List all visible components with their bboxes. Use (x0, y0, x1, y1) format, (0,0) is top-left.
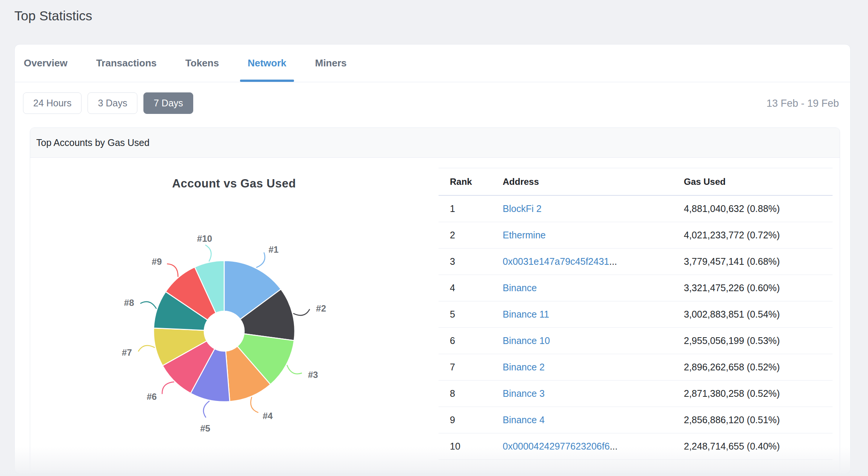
tabs: OverviewTransactionsTokensNetworkMiners (15, 45, 850, 82)
address-link[interactable]: 0x0031e147a79c45f2431 (503, 256, 609, 267)
rank-cell: 8 (439, 380, 503, 407)
table-header-row: Rank Address Gas Used (439, 168, 833, 195)
address-cell: Binance 11 (503, 301, 684, 327)
pie-connector-3 (287, 365, 302, 374)
top-accounts-card: Top Accounts by Gas Used Account vs Gas … (30, 127, 840, 473)
address-link[interactable]: 0x00004242977623206f6 (503, 441, 610, 451)
time-filter-3-days[interactable]: 3 Days (88, 92, 137, 114)
address-link[interactable]: Ethermine (503, 230, 546, 240)
pie-label-3: #3 (308, 370, 318, 380)
pie-label-5: #5 (200, 423, 210, 433)
pie-connector-2 (293, 309, 310, 315)
time-filter-group: 24 Hours3 Days7 Days (23, 92, 193, 114)
tab-tokens[interactable]: Tokens (185, 45, 219, 82)
pie-label-9: #9 (152, 256, 162, 267)
time-filter-24-hours[interactable]: 24 Hours (23, 92, 82, 114)
gas-used-cell: 3,321,475,226 (0.60%) (684, 275, 833, 301)
table-row: 4Binance3,321,475,226 (0.60%) (439, 275, 833, 301)
pie-connector-7 (138, 345, 155, 352)
pie-connector-10 (205, 245, 211, 261)
address-cell: Binance 2 (503, 354, 684, 380)
gas-used-cell: 3,002,883,851 (0.54%) (684, 301, 833, 327)
address-ellipsis: ... (610, 441, 618, 451)
tab-miners[interactable]: Miners (315, 45, 347, 82)
rank-cell: 10 (439, 433, 503, 459)
pie-label-8: #8 (124, 298, 134, 308)
address-cell: BlockFi 2 (503, 195, 684, 222)
rank-cell: 6 (439, 327, 503, 354)
gas-used-cell: 4,021,233,772 (0.72%) (684, 222, 833, 248)
pie-label-6: #6 (147, 392, 157, 402)
table-row: 7Binance 22,896,262,658 (0.52%) (439, 354, 833, 380)
date-range: 13 Feb - 19 Feb (766, 98, 839, 109)
pie-connector-8 (140, 302, 157, 309)
card-header: Top Accounts by Gas Used (30, 128, 840, 158)
pie-connector-4 (251, 397, 258, 413)
pie-label-7: #7 (122, 347, 132, 358)
pie-connector-5 (203, 401, 209, 418)
address-cell: Binance 4 (503, 407, 684, 433)
pie-label-10: #10 (197, 233, 212, 244)
address-link[interactable]: Binance 11 (503, 309, 549, 319)
rank-cell: 2 (439, 222, 503, 248)
donut-chart: #1#2#3#4#5#6#7#8#9#10 (30, 158, 438, 473)
pie-label-1: #1 (268, 244, 279, 255)
address-cell: Binance 3 (503, 380, 684, 407)
card-title: Top Accounts by Gas Used (36, 137, 149, 148)
gas-used-table: Rank Address Gas Used 1BlockFi 24,881,04… (439, 168, 833, 460)
address-link[interactable]: Binance 10 (503, 335, 550, 346)
table-row: 2Ethermine4,021,233,772 (0.72%) (439, 222, 833, 248)
address-link[interactable]: BlockFi 2 (503, 203, 542, 214)
rank-cell: 4 (439, 275, 503, 301)
address-link[interactable]: Binance (503, 283, 537, 293)
gas-used-cell: 2,896,262,658 (0.52%) (684, 354, 833, 380)
address-ellipsis: ... (609, 256, 617, 267)
tab-network[interactable]: Network (248, 45, 286, 82)
gas-used-cell: 2,955,056,199 (0.53%) (684, 327, 833, 354)
address-cell: Binance (503, 275, 684, 301)
gas-used-cell: 2,248,714,655 (0.40%) (684, 433, 833, 459)
pie-connector-1 (256, 252, 265, 267)
tab-transactions[interactable]: Transactions (96, 45, 157, 82)
time-filter-7-days[interactable]: 7 Days (143, 92, 193, 114)
pie-label-2: #2 (316, 303, 326, 313)
address-cell: Binance 10 (503, 327, 684, 354)
rank-cell: 1 (439, 195, 503, 222)
pie-connector-9 (167, 264, 178, 277)
rank-cell: 5 (439, 301, 503, 327)
page-title: Top Statistics (14, 8, 92, 23)
address-link[interactable]: Binance 3 (503, 388, 545, 399)
address-cell: 0x0031e147a79c45f2431... (503, 248, 684, 275)
table-row: 5Binance 113,002,883,851 (0.54%) (439, 301, 833, 327)
tab-overview[interactable]: Overview (24, 45, 68, 82)
gas-used-cell: 2,856,886,120 (0.51%) (684, 407, 833, 433)
gas-used-cell: 2,871,380,258 (0.52%) (684, 380, 833, 407)
gas-used-cell: 4,881,040,632 (0.88%) (684, 195, 833, 222)
address-link[interactable]: Binance 4 (503, 415, 545, 425)
table-row: 9Binance 42,856,886,120 (0.51%) (439, 407, 833, 433)
table-row: 30x0031e147a79c45f2431...3,779,457,141 (… (439, 248, 833, 275)
column-header-rank: Rank (439, 168, 503, 195)
table-row: 6Binance 102,955,056,199 (0.53%) (439, 327, 833, 354)
rank-cell: 9 (439, 407, 503, 433)
pie-connector-6 (162, 382, 174, 394)
top-statistics-card: OverviewTransactionsTokensNetworkMiners … (14, 44, 851, 474)
table-row: 1BlockFi 24,881,040,632 (0.88%) (439, 195, 833, 222)
controls-row: 24 Hours3 Days7 Days 13 Feb - 19 Feb (15, 82, 850, 127)
column-header-gas-used: Gas Used (684, 168, 833, 195)
address-cell: 0x00004242977623206f6... (503, 433, 684, 459)
column-header-address: Address (503, 168, 684, 195)
gas-used-cell: 3,779,457,141 (0.68%) (684, 248, 833, 275)
rank-cell: 3 (439, 248, 503, 275)
rank-cell: 7 (439, 354, 503, 380)
pie-label-4: #4 (263, 411, 273, 421)
address-cell: Ethermine (503, 222, 684, 248)
table-row: 100x00004242977623206f6...2,248,714,655 … (439, 433, 833, 459)
table-row: 8Binance 32,871,380,258 (0.52%) (439, 380, 833, 407)
address-link[interactable]: Binance 2 (503, 362, 545, 372)
